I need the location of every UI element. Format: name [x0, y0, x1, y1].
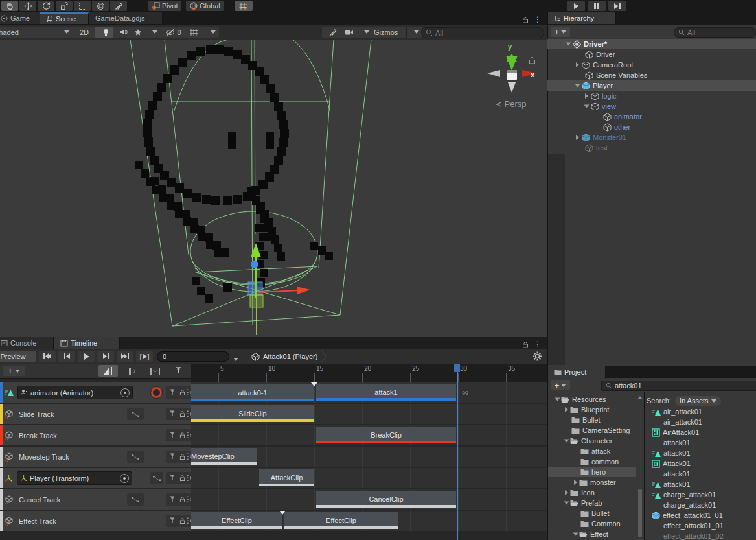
- project-folder[interactable]: Character: [548, 436, 636, 446]
- grid-dropdown[interactable]: [187, 27, 219, 38]
- timeline-settings-button[interactable]: [533, 351, 542, 362]
- tab-game[interactable]: Game: [0, 12, 41, 24]
- track-header-movestep[interactable]: {} Movestep Track ⋮: [0, 447, 191, 467]
- timeline-breadcrumb[interactable]: Attack01 (Player): [251, 351, 327, 362]
- rect-tool-icon[interactable]: [74, 1, 91, 11]
- scale-tool-icon[interactable]: [56, 1, 73, 11]
- grid-snap-icon[interactable]: [235, 1, 253, 11]
- clip[interactable]: EffectClip: [284, 512, 398, 529]
- track-lane-effect[interactable]: EffectClip EffectClip: [191, 511, 547, 531]
- pivot-toggle[interactable]: Pivot: [148, 1, 181, 11]
- curve-view-button[interactable]: [127, 408, 144, 420]
- gizmo-y-label[interactable]: y: [508, 43, 512, 51]
- project-folder[interactable]: Effect: [548, 529, 636, 539]
- gizmos-dropdown[interactable]: Gizmos: [371, 27, 422, 38]
- edit-mode-replace-icon[interactable]: [145, 365, 165, 377]
- scene-search-input[interactable]: All: [421, 27, 544, 38]
- hierarchy-search-input[interactable]: All: [674, 27, 756, 38]
- hierarchy-row-scene[interactable]: Driver*: [547, 39, 756, 49]
- project-folder[interactable]: Icon: [548, 487, 636, 498]
- scene-visibility-toggle[interactable]: 0: [158, 27, 189, 38]
- curves-toggle[interactable]: [98, 365, 118, 377]
- tab-project[interactable]: Project: [548, 366, 606, 378]
- project-folder[interactable]: common: [548, 456, 636, 467]
- pin-icon[interactable]: [170, 389, 175, 396]
- playhead-marker[interactable]: [454, 364, 460, 372]
- asset-result[interactable]: attack01: [647, 438, 756, 448]
- move-tool-icon[interactable]: [19, 1, 36, 11]
- expander-icon[interactable]: [584, 105, 590, 108]
- hierarchy-row[interactable]: animator: [547, 112, 756, 122]
- track-header-slide[interactable]: {} Slide Track ⋮: [0, 404, 191, 424]
- tab-gamedata[interactable]: GameData.gdjs: [89, 12, 163, 24]
- pause-button[interactable]: [588, 1, 606, 11]
- expander-icon[interactable]: [564, 502, 569, 505]
- hierarchy-row[interactable]: logic: [547, 91, 756, 101]
- custom-tool-icon[interactable]: [110, 1, 127, 11]
- track-lane-movestep[interactable]: MovestepClip: [191, 447, 547, 467]
- clip[interactable]: CancelClip: [316, 491, 456, 508]
- expander-icon[interactable]: [555, 398, 560, 401]
- asset-result[interactable]: effect_attack01_01: [647, 521, 756, 531]
- goto-start-button[interactable]: [39, 351, 56, 362]
- clip[interactable]: attack0-1: [191, 384, 314, 401]
- expander-icon[interactable]: [564, 440, 569, 443]
- asset-result[interactable]: air_attack01: [647, 417, 756, 427]
- tab-console[interactable]: Console: [0, 337, 54, 349]
- goto-end-button[interactable]: [117, 351, 133, 362]
- 2d-toggle[interactable]: 2D: [71, 27, 97, 38]
- tab-timeline[interactable]: Timeline: [54, 337, 120, 349]
- track-header-break[interactable]: {} Break Track ⋮: [0, 425, 191, 445]
- pin-icon[interactable]: [170, 432, 175, 439]
- persp-label[interactable]: ≺ Persp: [495, 99, 526, 109]
- rotate-tool-icon[interactable]: [38, 1, 54, 11]
- expander-icon[interactable]: [576, 135, 579, 140]
- project-folder[interactable]: Blueprint: [548, 405, 636, 415]
- hierarchy-row[interactable]: test: [547, 143, 756, 153]
- asset-result[interactable]: AirAttack01: [647, 427, 756, 438]
- scene-viewport[interactable]: y x ≺ Persp: [0, 40, 547, 337]
- panel-kebab-icon[interactable]: ⋮: [534, 15, 542, 24]
- project-tree-scrollbar[interactable]: [637, 395, 643, 537]
- frame-field[interactable]: 0: [157, 351, 229, 362]
- project-folder[interactable]: Common: [548, 519, 636, 529]
- project-folder[interactable]: CameraSetting: [548, 425, 636, 436]
- pin-icon[interactable]: [170, 517, 175, 524]
- asset-result[interactable]: air_attack01: [647, 406, 756, 417]
- track-lane-cancel[interactable]: CancelClip: [191, 489, 547, 510]
- asset-result[interactable]: attack01: [647, 448, 756, 458]
- global-toggle[interactable]: Global: [186, 1, 224, 11]
- clip[interactable]: EffectClip: [191, 512, 282, 529]
- track-lane-player[interactable]: AttackClip: [191, 468, 547, 488]
- expander-icon[interactable]: [576, 62, 579, 67]
- effects-dropdown[interactable]: [131, 27, 161, 38]
- track-lane-break[interactable]: BreakClip: [191, 425, 547, 445]
- clip[interactable]: AttackClip: [259, 469, 314, 486]
- lock-icon[interactable]: [522, 341, 529, 348]
- object-picker-icon[interactable]: [120, 388, 130, 397]
- asset-result[interactable]: effect_attack01_02: [647, 531, 756, 540]
- gizmo-x-label[interactable]: x: [531, 71, 534, 78]
- curve-view-button[interactable]: [150, 472, 163, 484]
- lock-icon[interactable]: [522, 16, 529, 23]
- track-header-animator[interactable]: animator (Animator) ⋮: [0, 382, 191, 403]
- transform-tool-icon[interactable]: [92, 1, 109, 11]
- clip[interactable]: attack1: [316, 384, 456, 401]
- shading-dropdown[interactable]: Shaded: [0, 27, 73, 38]
- hierarchy-add-button[interactable]: +: [551, 27, 570, 37]
- search-scope-dropdown[interactable]: In Assets: [675, 396, 721, 406]
- expander-icon[interactable]: [573, 533, 578, 536]
- clip[interactable]: MovestepClip: [191, 448, 257, 465]
- edit-mode-mix-icon[interactable]: [123, 365, 143, 377]
- next-frame-button[interactable]: [97, 351, 114, 362]
- project-folder[interactable]: Bullet: [548, 508, 636, 519]
- play-timeline-button[interactable]: [78, 351, 95, 362]
- hierarchy-row[interactable]: other: [547, 122, 756, 132]
- panel-kebab-icon[interactable]: ⋮: [534, 340, 542, 349]
- expander-icon[interactable]: [565, 407, 568, 412]
- clip[interactable]: SlideClip: [191, 405, 314, 422]
- track-lane-slide[interactable]: SlideClip: [191, 404, 547, 424]
- asset-result[interactable]: charge_attack01: [647, 500, 756, 510]
- frame-dropdown[interactable]: [233, 355, 238, 362]
- project-folder[interactable]: attack: [548, 446, 636, 456]
